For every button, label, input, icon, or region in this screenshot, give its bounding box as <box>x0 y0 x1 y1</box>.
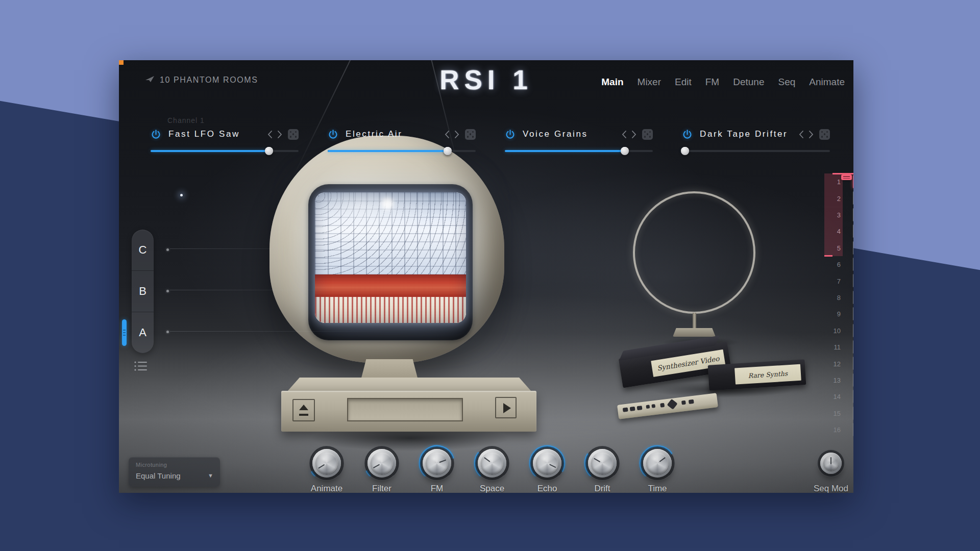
knob-body[interactable] <box>423 449 451 478</box>
knob-body[interactable] <box>533 449 561 478</box>
microtuning-dropdown[interactable]: Microtuning Equal Tuning ▼ <box>129 457 220 487</box>
microtuning-value: Equal Tuning <box>136 471 181 480</box>
macro-knob-row: Animate Filter FM Space <box>119 60 853 493</box>
knob-animate[interactable]: Animate <box>305 443 348 493</box>
window-corner-marker <box>119 60 124 65</box>
knob-filter[interactable]: Filter <box>360 443 403 493</box>
knob-label: Time <box>636 484 679 493</box>
knob-drift[interactable]: Drift <box>581 443 624 493</box>
knob-body[interactable] <box>312 449 341 478</box>
knob-pointer <box>423 449 451 478</box>
knob-pointer <box>823 456 839 471</box>
mod-connection-dot <box>166 290 169 292</box>
knob-echo[interactable]: Echo <box>526 443 569 493</box>
knob-label: Filter <box>360 484 403 493</box>
knob-label: Echo <box>526 484 569 493</box>
knob-time[interactable]: Time <box>636 443 679 493</box>
knob-body[interactable] <box>478 449 506 478</box>
knob-label: Drift <box>581 484 624 493</box>
knob-label: Seq Mod <box>810 484 852 493</box>
plugin-window: Synthesizer Video Rare Synths 10 PHANTOM… <box>119 60 853 493</box>
desktop-background: Synthesizer Video Rare Synths 10 PHANTOM… <box>0 0 980 551</box>
microtuning-label: Microtuning <box>136 462 167 468</box>
knob-seq-mod[interactable]: Seq Mod <box>810 443 852 493</box>
knob-fm[interactable]: FM <box>415 443 458 493</box>
knob-label: Space <box>471 484 513 493</box>
chevron-down-icon: ▼ <box>208 472 213 479</box>
knob-body[interactable] <box>820 453 842 474</box>
knob-body[interactable] <box>368 449 396 478</box>
knob-label: Animate <box>305 484 348 493</box>
knob-body[interactable] <box>643 449 672 478</box>
knob-label: FM <box>415 484 458 493</box>
knob-body[interactable] <box>588 449 617 478</box>
mod-connection-dot <box>166 248 169 251</box>
knob-space[interactable]: Space <box>471 443 513 493</box>
